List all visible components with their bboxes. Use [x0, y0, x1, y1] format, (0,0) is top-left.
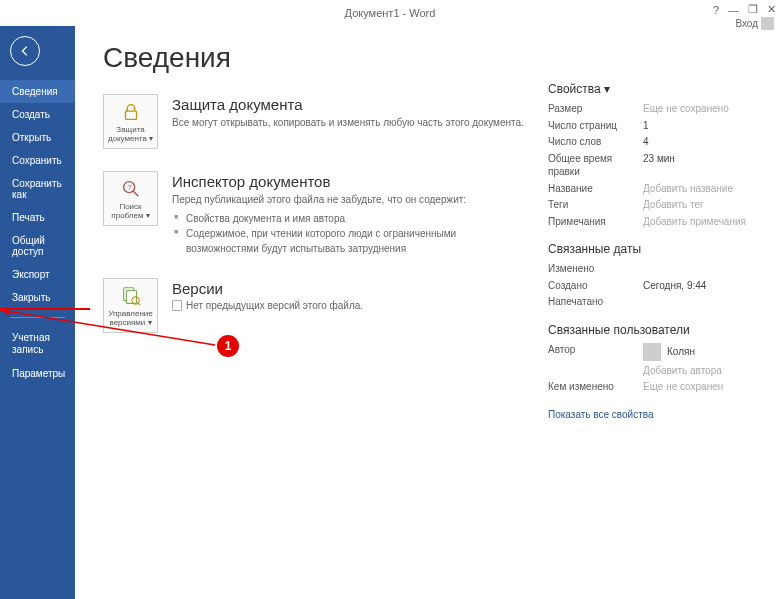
- property-row: НазваниеДобавить название: [548, 182, 760, 196]
- prop-key: Размер: [548, 102, 643, 116]
- sidebar-item-info[interactable]: Сведения: [0, 80, 75, 103]
- prop-value: 1: [643, 119, 649, 133]
- sidebar-item-export[interactable]: Экспорт: [0, 263, 75, 286]
- svg-text:?: ?: [127, 182, 131, 191]
- date-key: Создано: [548, 279, 643, 293]
- prop-value: 4: [643, 135, 649, 149]
- manage-versions-button[interactable]: Управление версиями ▾: [103, 278, 158, 333]
- check-issues-button[interactable]: ? Поиск проблем ▾: [103, 171, 158, 226]
- annotation-badge: 1: [217, 335, 239, 357]
- author-label: Автор: [548, 343, 643, 361]
- modified-by-label: Кем изменено: [548, 380, 643, 394]
- page-title: Сведения: [103, 42, 530, 74]
- prop-key: Число слов: [548, 135, 643, 149]
- properties-dropdown[interactable]: Свойства ▾: [548, 82, 760, 96]
- date-key: Изменено: [548, 262, 643, 276]
- restore-icon[interactable]: ❐: [748, 3, 758, 16]
- properties-panel: Свойства ▾ РазмерЕще не сохраненоЧисло с…: [530, 42, 760, 579]
- no-versions-text: Нет предыдущих версий этого файла.: [172, 300, 530, 311]
- author-avatar-icon: [643, 343, 661, 361]
- date-value: Сегодня, 9:44: [643, 279, 706, 293]
- related-dates-head: Связанные даты: [548, 242, 760, 256]
- document-title: Документ1 - Word: [345, 7, 436, 19]
- inspect-item: Свойства документа и имя автора: [172, 211, 530, 226]
- property-row: ПримечанияДобавить примечания: [548, 215, 760, 229]
- prop-key: Название: [548, 182, 643, 196]
- sidebar-item-save[interactable]: Сохранить: [0, 149, 75, 172]
- help-icon[interactable]: ?: [713, 4, 719, 16]
- prop-value[interactable]: Еще не сохранено: [643, 102, 729, 116]
- author-name: Колян: [667, 345, 695, 359]
- versions-icon: [120, 285, 142, 307]
- arrow-left-icon: [18, 44, 32, 58]
- inspect-section: ? Поиск проблем ▾ Инспектор документов П…: [103, 171, 530, 256]
- protect-desc: Все могут открывать, копировать и изменя…: [172, 116, 530, 130]
- property-row: РазмерЕще не сохранено: [548, 102, 760, 116]
- date-row: Напечатано: [548, 295, 760, 309]
- prop-key: Примечания: [548, 215, 643, 229]
- sidebar-item-new[interactable]: Создать: [0, 103, 75, 126]
- property-row: Число страниц1: [548, 119, 760, 133]
- property-row: ТегиДобавить тег: [548, 198, 760, 212]
- date-row: Изменено: [548, 262, 760, 276]
- inspect-icon: ?: [120, 178, 142, 200]
- inspect-desc: Перед публикацией этого файла не забудьт…: [172, 193, 530, 207]
- protect-section: Защита документа ▾ Защита документа Все …: [103, 94, 530, 149]
- window-controls: ? — ❐ ✕: [713, 3, 776, 16]
- property-row: Число слов4: [548, 135, 760, 149]
- sidebar-item-saveas[interactable]: Сохранить как: [0, 172, 75, 206]
- show-all-properties-link[interactable]: Показать все свойства: [548, 409, 654, 420]
- date-row: СозданоСегодня, 9:44: [548, 279, 760, 293]
- sidebar-item-print[interactable]: Печать: [0, 206, 75, 229]
- inspect-title: Инспектор документов: [172, 173, 530, 190]
- versions-section: Управление версиями ▾ Версии Нет предыду…: [103, 278, 530, 333]
- backstage-sidebar: Сведения Создать Открыть Сохранить Сохра…: [0, 26, 75, 599]
- svg-line-2: [132, 190, 138, 196]
- prop-value[interactable]: Добавить примечания: [643, 215, 746, 229]
- sidebar-item-close[interactable]: Закрыть: [0, 286, 75, 309]
- login-link[interactable]: Вход: [735, 17, 774, 30]
- sidebar-divider: [10, 317, 65, 318]
- add-author-link[interactable]: Добавить автора: [643, 364, 722, 378]
- prop-key: Число страниц: [548, 119, 643, 133]
- document-icon: [172, 300, 182, 311]
- avatar-icon: [761, 17, 774, 30]
- date-key: Напечатано: [548, 295, 643, 309]
- svg-rect-0: [125, 111, 136, 119]
- sidebar-item-account[interactable]: Учетная запись: [0, 326, 75, 362]
- prop-value: 23 мин: [643, 152, 675, 179]
- prop-value[interactable]: Добавить тег: [643, 198, 704, 212]
- inspect-item: Содержимое, при чтении которого люди с о…: [172, 226, 530, 256]
- lock-icon: [120, 101, 142, 123]
- sidebar-item-options[interactable]: Параметры: [0, 362, 75, 385]
- prop-key: Общее время правки: [548, 152, 643, 179]
- protect-document-button[interactable]: Защита документа ▾: [103, 94, 158, 149]
- close-icon[interactable]: ✕: [767, 3, 776, 16]
- property-row: Общее время правки23 мин: [548, 152, 760, 179]
- versions-title: Версии: [172, 280, 530, 297]
- related-users-head: Связанные пользователи: [548, 323, 760, 337]
- sidebar-item-share[interactable]: Общий доступ: [0, 229, 75, 263]
- back-button[interactable]: [10, 36, 40, 66]
- modified-by-value: Еще не сохранен: [643, 380, 723, 394]
- prop-value[interactable]: Добавить название: [643, 182, 733, 196]
- minimize-icon[interactable]: —: [728, 4, 739, 16]
- sidebar-item-open[interactable]: Открыть: [0, 126, 75, 149]
- title-bar: Документ1 - Word ? — ❐ ✕ Вход: [0, 0, 780, 26]
- protect-title: Защита документа: [172, 96, 530, 113]
- prop-key: Теги: [548, 198, 643, 212]
